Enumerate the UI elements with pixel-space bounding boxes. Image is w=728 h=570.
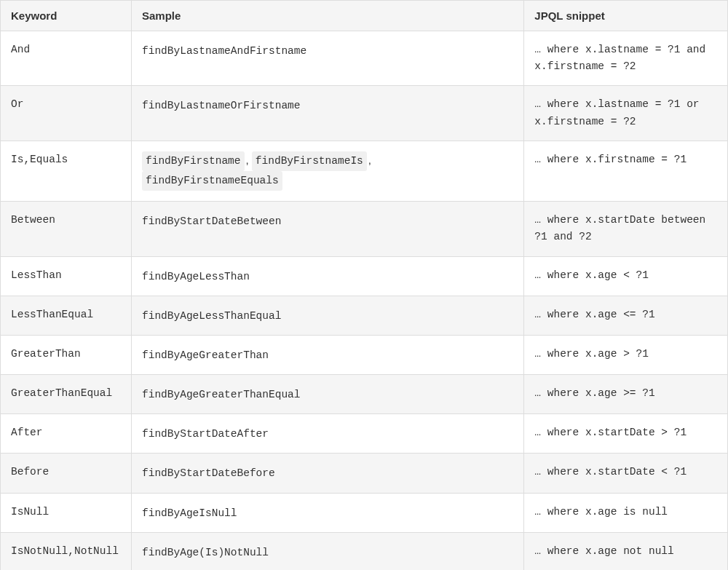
- table-row: BetweenfindByStartDateBetween… where x.s…: [1, 202, 728, 256]
- jpql-cell: … where x.age <= ?1: [524, 296, 728, 335]
- sample-code: findByAgeLessThan: [142, 271, 250, 282]
- keyword-cell: LessThanEqual: [1, 296, 132, 335]
- sample-code: findByStartDateBefore: [142, 467, 275, 479]
- jpql-cell: … where x.age < ?1: [524, 256, 728, 296]
- sample-cell: findByAgeGreaterThanEqual: [131, 375, 523, 414]
- header-keyword: Keyword: [1, 1, 132, 31]
- sample-cell: findByAge(Is)NotNull: [131, 532, 523, 570]
- sample-cell: findByLastnameOrFirstname: [131, 86, 523, 140]
- keyword-cell: Before: [1, 454, 132, 493]
- jpql-cell: … where x.firstname = ?1: [524, 140, 728, 201]
- keyword-cell: And: [1, 31, 132, 86]
- sample-cell: findByAgeLessThan: [131, 256, 523, 296]
- table-row: IsNotNull,NotNullfindByAge(Is)NotNull… w…: [1, 532, 728, 570]
- sample-code: findByAgeGreaterThanEqual: [142, 389, 301, 400]
- sample-code: findByLastnameAndFirstname: [142, 45, 306, 57]
- sample-code: findByAgeGreaterThan: [142, 349, 269, 361]
- jpql-cell: … where x.age is null: [524, 493, 728, 532]
- jpql-cell: … where x.startDate < ?1: [524, 454, 728, 493]
- jpql-cell: … where x.lastname = ?1 and x.firstname …: [524, 31, 728, 86]
- sample-cell: findByAgeGreaterThan: [131, 335, 523, 374]
- keyword-cell: Or: [1, 86, 132, 140]
- keyword-cell: GreaterThan: [1, 335, 132, 374]
- table-row: LessThanEqualfindByAgeLessThanEqual… whe…: [1, 296, 728, 335]
- keyword-cell: After: [1, 414, 132, 454]
- sample-code: findByLastnameOrFirstname: [142, 100, 301, 111]
- keyword-cell: LessThan: [1, 256, 132, 296]
- sample-code: findByAgeIsNull: [142, 507, 237, 519]
- sample-code: findByStartDateAfter: [142, 428, 269, 440]
- jpql-cell: … where x.age > ?1: [524, 335, 728, 374]
- header-jpql: JPQL snippet: [524, 1, 728, 31]
- jpql-keywords-table: Keyword Sample JPQL snippet AndfindByLas…: [0, 0, 728, 570]
- keyword-cell: IsNull: [1, 493, 132, 532]
- jpql-cell: … where x.startDate between ?1 and ?2: [524, 202, 728, 256]
- jpql-cell: … where x.startDate > ?1: [524, 414, 728, 454]
- table-row: GreaterThanEqualfindByAgeGreaterThanEqua…: [1, 375, 728, 414]
- table-row: LessThanfindByAgeLessThan… where x.age <…: [1, 256, 728, 296]
- sample-cell: findByLastnameAndFirstname: [131, 31, 523, 86]
- table-body: AndfindByLastnameAndFirstname… where x.l…: [1, 31, 728, 571]
- table-row: AfterfindByStartDateAfter… where x.start…: [1, 414, 728, 454]
- sample-cell: findByAgeLessThanEqual: [131, 296, 523, 335]
- sample-cell: findByStartDateAfter: [131, 414, 523, 454]
- table-row: GreaterThanfindByAgeGreaterThan… where x…: [1, 335, 728, 374]
- jpql-cell: … where x.lastname = ?1 or x.firstname =…: [524, 86, 728, 140]
- sample-code: findByStartDateBetween: [142, 215, 281, 227]
- table-row: IsNullfindByAgeIsNull… where x.age is nu…: [1, 493, 728, 532]
- table-row: Is,EqualsfindByFirstname, findByFirstnam…: [1, 140, 728, 201]
- keyword-cell: Between: [1, 202, 132, 256]
- sample-code: findByAgeLessThanEqual: [142, 310, 281, 322]
- sample-cell: findByStartDateBetween: [131, 202, 523, 256]
- keyword-cell: Is,Equals: [1, 140, 132, 201]
- sample-cell: findByStartDateBefore: [131, 454, 523, 493]
- sample-code: findByFirstnameEquals: [142, 171, 282, 191]
- jpql-cell: … where x.age >= ?1: [524, 375, 728, 414]
- sample-code: findByFirstnameIs: [252, 151, 367, 171]
- sample-cell: findByFirstname, findByFirstnameIs, find…: [131, 140, 523, 201]
- table-header-row: Keyword Sample JPQL snippet: [1, 1, 728, 31]
- sample-cell: findByAgeIsNull: [131, 493, 523, 532]
- keyword-cell: GreaterThanEqual: [1, 375, 132, 414]
- table-row: AndfindByLastnameAndFirstname… where x.l…: [1, 31, 728, 86]
- jpql-cell: … where x.age not null: [524, 532, 728, 570]
- header-sample: Sample: [131, 1, 523, 31]
- sample-code: findByFirstname: [142, 151, 245, 171]
- sample-code: findByAge(Is)NotNull: [142, 547, 269, 558]
- table-row: BeforefindByStartDateBefore… where x.sta…: [1, 454, 728, 493]
- keyword-cell: IsNotNull,NotNull: [1, 532, 132, 570]
- table-row: OrfindByLastnameOrFirstname… where x.las…: [1, 86, 728, 140]
